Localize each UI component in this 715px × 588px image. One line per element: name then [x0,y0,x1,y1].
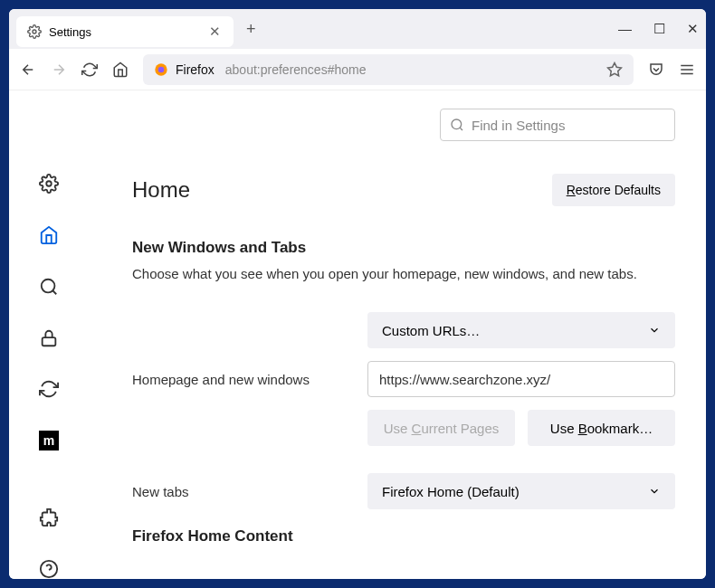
tab-settings[interactable]: Settings ✕ [16,16,234,47]
svg-point-0 [33,30,36,33]
sidebar-item-support[interactable] [37,558,61,579]
search-settings-input[interactable]: Find in Settings [440,109,675,141]
svg-line-14 [460,128,462,130]
pocket-icon[interactable] [648,62,664,78]
sidebar-item-extensions[interactable] [37,507,61,528]
newtabs-select[interactable]: Firefox Home (Default) [367,473,675,509]
maximize-button[interactable]: ☐ [653,21,665,37]
reload-button[interactable] [81,62,98,78]
forward-button [51,62,67,78]
tab-label: Settings [49,25,91,39]
sidebar-item-general[interactable] [37,174,61,194]
svg-marker-3 [608,62,622,75]
homepage-label: Homepage and new windows [132,372,349,387]
menu-button[interactable] [679,62,695,78]
firefox-icon [154,62,168,77]
settings-main: Find in Settings Home Restore Defaults N… [89,90,706,579]
gear-icon [27,24,42,39]
sidebar-item-more-mozilla[interactable]: m [37,431,61,451]
homepage-url-input[interactable]: https://www.searchzone.xyz/ [367,361,675,397]
section-firefox-home-content-title: Firefox Home Content [132,527,675,545]
new-tab-button[interactable]: + [246,20,256,39]
home-button[interactable] [112,62,129,78]
urlbar-brand: Firefox [176,62,214,77]
restore-defaults-button[interactable]: Restore Defaults [552,174,675,206]
close-tab-icon[interactable]: ✕ [207,24,223,40]
sidebar-item-search[interactable] [37,277,61,298]
use-current-pages-button: Use Current Pages [367,410,515,446]
homepage-url-value: https://www.searchzone.xyz/ [379,372,550,387]
svg-point-13 [452,119,462,129]
sidebar-item-privacy[interactable] [37,327,61,348]
back-button[interactable] [20,62,36,78]
use-bookmark-button[interactable]: Use Bookmark… [528,410,675,446]
section-new-windows-tabs-title: New Windows and Tabs [132,239,675,257]
sidebar-item-home[interactable] [37,225,61,246]
urlbar-url: about:preferences#home [225,62,367,77]
navbar: Firefox about:preferences#home [9,49,706,90]
chevron-down-icon [648,324,661,337]
close-window-button[interactable]: ✕ [687,21,699,37]
minimize-button[interactable]: — [618,21,632,37]
svg-point-8 [42,280,55,293]
svg-point-2 [158,66,165,72]
sidebar-item-sync[interactable] [37,379,61,400]
newtabs-select-label: Firefox Home (Default) [382,484,520,499]
newtabs-label: New tabs [132,484,349,499]
settings-sidebar: m [9,90,89,579]
svg-point-7 [46,182,52,187]
search-icon [450,118,464,132]
homepage-select[interactable]: Custom URLs… [367,312,675,348]
bookmark-star-icon[interactable] [606,62,623,78]
section-description: Choose what you see when you open your h… [132,266,675,281]
mozilla-icon: m [39,431,59,450]
titlebar: Settings ✕ + — ☐ ✕ [9,9,706,49]
chevron-down-icon [648,485,661,498]
svg-line-9 [52,290,56,294]
search-placeholder: Find in Settings [472,118,565,133]
svg-rect-10 [43,337,56,346]
page-title: Home [132,177,190,203]
homepage-select-label: Custom URLs… [382,323,480,338]
urlbar[interactable]: Firefox about:preferences#home [143,54,634,85]
